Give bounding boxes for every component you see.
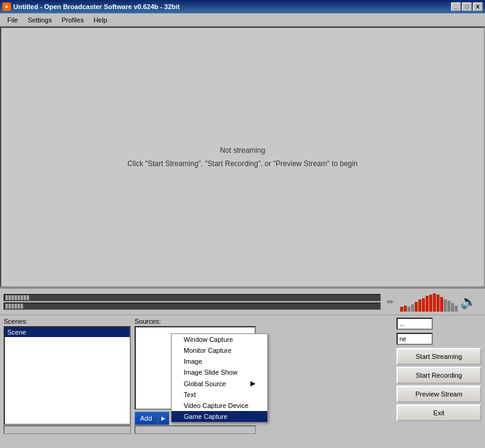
menu-bar: File Settings Profiles Help xyxy=(0,13,485,27)
menu-profiles[interactable]: Profiles xyxy=(56,15,89,25)
minimize-button[interactable]: _ xyxy=(451,2,461,11)
menu-file[interactable]: File xyxy=(2,15,23,25)
scenes-sources-row: Scenes: Scene Sources: Add ▶ xyxy=(0,315,485,436)
menu-help[interactable]: Help xyxy=(89,15,112,25)
menu-settings[interactable]: Settings xyxy=(23,15,57,25)
maximize-button[interactable]: □ xyxy=(462,2,472,11)
start-recording-button[interactable]: Start Recording xyxy=(396,367,481,384)
input-field-2[interactable] xyxy=(396,333,433,345)
status-text: Not streaming xyxy=(220,146,266,155)
scenes-label: Scenes: xyxy=(4,318,131,325)
context-menu: Window Capture Monitor Capture Image Ima… xyxy=(171,333,268,423)
input-field-1[interactable] xyxy=(396,318,433,330)
start-streaming-button[interactable]: Start Streaming xyxy=(396,348,481,365)
add-button-arrow[interactable]: ▶ xyxy=(158,412,169,425)
context-game-capture[interactable]: Game Capture xyxy=(172,411,267,422)
close-button[interactable]: X xyxy=(473,2,483,11)
audio-meters xyxy=(4,294,381,310)
context-text[interactable]: Text xyxy=(172,389,267,400)
window-controls: _ □ X xyxy=(451,2,483,11)
scenes-panel: Scenes: Scene xyxy=(4,318,131,434)
context-global-source[interactable]: Global Source ▶ xyxy=(172,378,267,389)
sources-label: Sources: xyxy=(135,318,256,325)
context-window-capture[interactable]: Window Capture xyxy=(172,334,267,345)
meter-row-1 xyxy=(4,294,381,301)
context-video-capture[interactable]: Video Capture Device xyxy=(172,400,267,411)
app-icon: ● xyxy=(2,2,11,11)
exit-button[interactable]: Exit xyxy=(396,404,481,421)
main-content: Not streaming Click "Start Streaming", "… xyxy=(0,27,485,448)
add-button[interactable]: Add xyxy=(135,412,158,425)
preview-stream-button[interactable]: Preview Stream xyxy=(396,386,481,403)
context-image[interactable]: Image xyxy=(172,356,267,367)
context-monitor-capture[interactable]: Monitor Capture xyxy=(172,345,267,356)
title-bar: ● Untitled - Open Broadcaster Software v… xyxy=(0,0,485,13)
bottom-panel: ✏ 🔊 xyxy=(0,287,485,448)
context-image-slideshow[interactable]: Image Slide Show xyxy=(172,367,267,378)
input-row-1 xyxy=(396,318,481,330)
scenes-scrollbar[interactable] xyxy=(4,426,131,434)
scene-item-0[interactable]: Scene xyxy=(5,327,130,337)
speaker-icon: 🔊 xyxy=(460,294,477,310)
sources-scrollbar[interactable] xyxy=(135,426,256,434)
window-title: Untitled - Open Broadcaster Software v0.… xyxy=(13,3,179,10)
scenes-listbox[interactable]: Scene xyxy=(4,326,131,425)
meter-row-2 xyxy=(4,303,381,310)
meter-fill-2 xyxy=(5,304,23,309)
input-row-2 xyxy=(396,333,481,345)
hint-text: Click "Start Streaming", "Start Recordin… xyxy=(127,159,358,168)
meter-fill-1 xyxy=(5,295,29,300)
volume-bar-chart xyxy=(400,292,458,312)
audio-row: ✏ 🔊 xyxy=(0,289,485,315)
right-controls: Start Streaming Start Recording Preview … xyxy=(396,318,481,421)
edit-icon: ✏ xyxy=(383,293,398,310)
preview-area: Not streaming Click "Start Streaming", "… xyxy=(0,27,485,287)
